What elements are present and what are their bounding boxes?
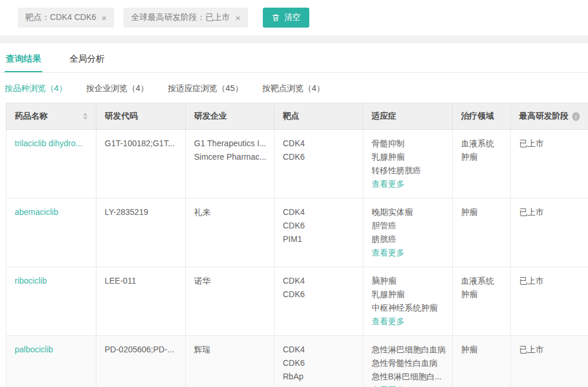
drug-name-cell: palbociclib [6, 336, 96, 387]
indication-cell: 脑肿瘤 乳腺肿瘤 中枢神经系统肿瘤 查看更多 [363, 267, 453, 336]
trash-icon [272, 14, 280, 22]
indication-line: 急性骨髓性白血病 [372, 356, 444, 370]
company-line: 礼来 [194, 206, 266, 219]
stage-cell: 已上市 [511, 198, 588, 267]
area-line: 肿瘤 [461, 343, 502, 356]
filter-bar: 靶点：CDK4 CDK6 × 全球最高研发阶段：已上市 × 清空 [0, 0, 588, 35]
stage-text: 已上市 [519, 137, 580, 150]
table-row: abemaciclib LY-2835219 礼来 CDK4 CDK6 PIM1… [6, 198, 588, 267]
target-line: CDK4 [283, 206, 355, 219]
dev-code-cell: LY-2835219 [96, 198, 186, 267]
stage-text: 已上市 [519, 343, 580, 356]
area-line: 血液系统 [461, 274, 502, 288]
drug-name-link[interactable]: trilaciclib dihydro... [15, 137, 82, 150]
company-cell: 礼来 [186, 198, 275, 267]
drug-name-link[interactable]: ribociclib [15, 274, 46, 288]
therapy-area-cell: 肿瘤 [453, 336, 511, 387]
dev-code: PD-0205606;PD-... [105, 343, 177, 356]
stage-cell: 已上市 [511, 267, 588, 336]
therapy-area-cell: 血液系统 肿瘤 [453, 130, 511, 198]
dev-code-cell: G1T-100182;G1T... [96, 130, 186, 198]
indication-line: 急性B淋巴细胞白... [372, 370, 444, 383]
column-header-company: 研发企业 [186, 103, 275, 130]
target-line: CDK4 [283, 274, 355, 288]
dev-code: G1T-100182;G1T... [105, 137, 177, 150]
table-row: ribociclib LEE-011 诺华 CDK4 CDK6 脑肿瘤 乳腺肿瘤… [6, 267, 588, 336]
indication-line: 乳腺肿瘤 [372, 288, 444, 301]
target-cell: CDK4 CDK6 [275, 267, 363, 336]
table-row: palbociclib PD-0205606;PD-... 辉瑞 CDK4 CD… [6, 336, 588, 387]
area-line: 肿瘤 [461, 206, 502, 219]
dev-code: LEE-011 [105, 274, 177, 288]
subtab-by-product[interactable]: 按品种浏览（4） [5, 83, 67, 94]
company-line: 辉瑞 [194, 343, 266, 356]
table-row: trilaciclib dihydro... G1T-100182;G1T...… [6, 130, 588, 198]
therapy-area-cell: 血液系统 肿瘤 [453, 267, 511, 336]
view-more-link[interactable]: 查看更多 [372, 177, 444, 191]
column-header-indication: 适应症 [363, 103, 453, 130]
tab-query-results[interactable]: 查询结果 [5, 48, 42, 72]
info-icon[interactable]: i [572, 112, 580, 121]
close-icon[interactable]: × [102, 14, 107, 22]
close-icon[interactable]: × [235, 14, 240, 22]
target-line: CDK4 [283, 137, 355, 150]
company-line: G1 Therapeutics I... [194, 137, 266, 150]
target-line: CDK4 [283, 343, 355, 356]
company-cell: G1 Therapeutics I... Simcere Pharmac... [186, 130, 275, 198]
results-table: 药品名称 研发代码 研发企业 靶点 适应症 治疗领域 最高研发阶段 i tril… [6, 103, 588, 387]
company-line: Simcere Pharmac... [194, 150, 266, 164]
drug-name-cell: trilaciclib dihydro... [6, 130, 96, 198]
header-label: 最高研发阶段 [519, 111, 569, 122]
company-cell: 辉瑞 [186, 336, 275, 387]
view-more-link[interactable]: 查看更多 [372, 246, 444, 260]
main-tabbar: 查询结果 全局分析 [0, 48, 588, 73]
area-line: 肿瘤 [461, 288, 502, 301]
sort-icon[interactable] [83, 113, 88, 120]
company-line: 诺华 [194, 274, 266, 288]
indication-cell: 骨髓抑制 乳腺肿瘤 转移性膀胱癌 查看更多 [363, 130, 453, 198]
drug-name-link[interactable]: abemaciclib [15, 206, 58, 219]
target-cell: CDK4 CDK6 PIM1 [275, 198, 363, 267]
column-header-target: 靶点 [275, 103, 363, 130]
column-header-therapy-area: 治疗领域 [453, 103, 511, 130]
target-line: CDK6 [283, 219, 355, 233]
indication-line: 急性淋巴细胞白血病 [372, 343, 444, 356]
indication-line: 晚期实体瘤 [372, 206, 444, 219]
filter-chip-target[interactable]: 靶点：CDK4 CDK6 × [18, 8, 114, 28]
indication-line: 乳腺肿瘤 [372, 150, 444, 164]
filter-chip-label: 全球最高研发阶段：已上市 [131, 12, 230, 23]
tab-global-analysis[interactable]: 全局分析 [68, 48, 106, 72]
filter-chip-label: 靶点：CDK4 CDK6 [25, 12, 96, 23]
area-line: 血液系统 [461, 137, 502, 150]
target-cell: CDK4 CDK6 [275, 130, 363, 198]
stage-cell: 已上市 [511, 130, 588, 198]
view-more-link[interactable]: 查看更多 [372, 383, 444, 387]
section-divider [0, 35, 588, 43]
dev-code-cell: PD-0205606;PD-... [96, 336, 186, 387]
area-line: 肿瘤 [461, 150, 502, 164]
stage-text: 已上市 [519, 274, 580, 288]
view-more-link[interactable]: 查看更多 [372, 315, 444, 328]
table-header-row: 药品名称 研发代码 研发企业 靶点 适应症 治疗领域 最高研发阶段 i [6, 103, 588, 130]
subtab-by-indication[interactable]: 按适应症浏览（45） [168, 83, 243, 94]
indication-line: 膀胱癌 [372, 233, 444, 246]
target-line: CDK6 [283, 356, 355, 370]
clear-filters-button[interactable]: 清空 [263, 8, 309, 28]
column-header-drug-name: 药品名称 [6, 103, 96, 130]
drug-name-link[interactable]: palbociclib [15, 343, 53, 356]
indication-line: 骨髓抑制 [372, 137, 444, 150]
target-cell: CDK4 CDK6 RbAp [275, 336, 363, 387]
target-line: CDK6 [283, 288, 355, 301]
indication-cell: 晚期实体瘤 胆管癌 膀胱癌 查看更多 [363, 198, 453, 267]
dev-code: LY-2835219 [105, 206, 177, 219]
stage-text: 已上市 [519, 206, 580, 219]
therapy-area-cell: 肿瘤 [453, 198, 511, 267]
target-line: RbAp [283, 370, 355, 383]
filter-chip-stage[interactable]: 全球最高研发阶段：已上市 × [123, 8, 248, 28]
indication-line: 脑肿瘤 [372, 274, 444, 288]
drug-name-cell: ribociclib [6, 267, 96, 336]
subtab-by-company[interactable]: 按企业浏览（4） [86, 83, 149, 94]
indication-cell: 急性淋巴细胞白血病 急性骨髓性白血病 急性B淋巴细胞白... 查看更多 [363, 336, 453, 387]
header-label: 药品名称 [15, 111, 48, 122]
subtab-by-target[interactable]: 按靶点浏览（4） [262, 83, 325, 94]
